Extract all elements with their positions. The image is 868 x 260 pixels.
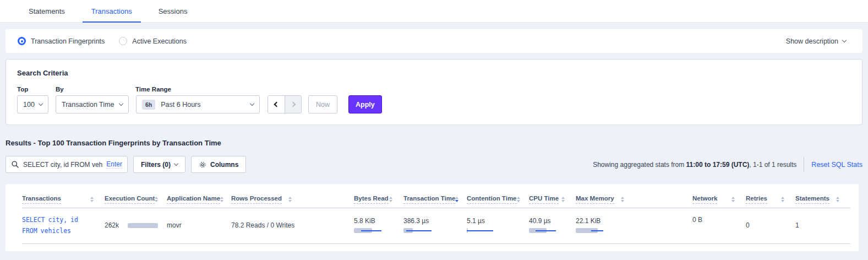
stats-time-range: 11:00 to 17:59 (UTC) bbox=[686, 161, 750, 169]
columns-button[interactable]: Columns bbox=[191, 156, 246, 173]
tab-statements[interactable]: Statements bbox=[15, 0, 78, 22]
criteria-controls-row: 100 Transaction Time 6h Past 6 Hours Now… bbox=[17, 95, 851, 113]
time-range-value: Past 6 Hours bbox=[161, 101, 200, 109]
max-memory-value: 22.1 KiB bbox=[576, 217, 687, 225]
sort-icon[interactable] bbox=[731, 197, 735, 202]
cell-retries: 0 bbox=[746, 208, 795, 244]
search-criteria-title: Search Criteria bbox=[17, 69, 851, 77]
sort-icon[interactable] bbox=[781, 197, 784, 202]
time-range-select[interactable]: 6h Past 6 Hours bbox=[136, 95, 260, 113]
now-button[interactable]: Now bbox=[308, 95, 337, 113]
time-nav-group bbox=[268, 95, 302, 113]
cell-network: 0 B bbox=[692, 208, 746, 244]
show-description-toggle[interactable]: Show description bbox=[786, 37, 850, 45]
sort-icon[interactable] bbox=[455, 197, 458, 202]
radio-selected-icon[interactable] bbox=[18, 37, 26, 45]
col-header-transactions[interactable]: Transactions bbox=[22, 189, 105, 208]
col-header-statements[interactable]: Statements bbox=[795, 189, 850, 208]
view-toggle-bar: Transaction Fingerprints Active Executio… bbox=[6, 29, 862, 53]
cell-statements: 1 bbox=[795, 208, 850, 244]
radio-unselected-icon[interactable] bbox=[119, 37, 127, 45]
stats-prefix: Showing aggregated stats from bbox=[593, 161, 686, 169]
by-select[interactable]: Transaction Time bbox=[56, 95, 129, 113]
sql-search-box[interactable]: Enter bbox=[6, 156, 128, 173]
col-header-transaction-time[interactable]: Transaction Time bbox=[403, 189, 467, 208]
sort-icon[interactable] bbox=[561, 197, 565, 202]
cpu-time-bar bbox=[529, 228, 570, 234]
table-row: SELECT city, id FROM vehicles 262k movr … bbox=[22, 208, 850, 244]
radio-transaction-fingerprints[interactable]: Transaction Fingerprints bbox=[18, 37, 105, 45]
execution-count-bar bbox=[128, 223, 158, 228]
chevron-down-icon bbox=[842, 38, 847, 42]
top-select-value: 100 bbox=[23, 101, 35, 109]
show-description-label: Show description bbox=[786, 37, 838, 45]
radio-active-executions[interactable]: Active Executions bbox=[119, 37, 187, 45]
apply-button[interactable]: Apply bbox=[348, 95, 382, 113]
sort-icon[interactable] bbox=[288, 197, 292, 202]
col-header-network[interactable]: Network bbox=[692, 189, 746, 208]
col-header-application-name[interactable]: Application Name bbox=[167, 189, 231, 208]
transaction-query-link[interactable]: SELECT city, id FROM vehicles bbox=[22, 216, 78, 235]
execution-count-value: 262k bbox=[105, 221, 119, 229]
columns-label: Columns bbox=[210, 161, 238, 169]
cell-contention-time: 5.1 µs bbox=[467, 208, 529, 244]
vertical-divider bbox=[804, 157, 804, 172]
filters-button[interactable]: Filters (0) bbox=[133, 156, 185, 173]
top-select[interactable]: 100 bbox=[17, 95, 48, 113]
time-range-badge: 6h bbox=[142, 100, 155, 110]
table-header-row: Transactions Execution Count Application… bbox=[22, 189, 850, 208]
search-icon bbox=[11, 160, 19, 169]
contention-time-bar bbox=[467, 228, 523, 234]
top-label: Top bbox=[17, 86, 56, 93]
cell-bytes-read: 5.8 KiB bbox=[354, 208, 403, 244]
aggregated-stats-text: Showing aggregated stats from 11:00 to 1… bbox=[593, 161, 796, 169]
cell-application-name: movr bbox=[167, 208, 231, 244]
transaction-time-value: 386.3 µs bbox=[403, 217, 461, 225]
chevron-left-icon bbox=[274, 102, 279, 107]
col-header-retries[interactable]: Retries bbox=[746, 189, 795, 208]
sort-icon[interactable] bbox=[836, 197, 839, 202]
time-next-button[interactable] bbox=[285, 96, 301, 113]
sql-search-input[interactable] bbox=[23, 161, 103, 169]
max-memory-bar bbox=[576, 228, 687, 234]
chevron-down-icon bbox=[39, 101, 43, 106]
col-header-rows-processed[interactable]: Rows Processed bbox=[231, 189, 354, 208]
contention-time-value: 5.1 µs bbox=[467, 217, 523, 225]
cell-cpu-time: 40.9 µs bbox=[529, 208, 576, 244]
sort-icon[interactable] bbox=[389, 197, 392, 202]
sort-icon[interactable] bbox=[90, 197, 94, 202]
chevron-down-icon bbox=[119, 101, 123, 106]
search-enter-button[interactable]: Enter bbox=[106, 160, 122, 169]
reset-sql-stats-link[interactable]: Reset SQL Stats bbox=[811, 161, 862, 169]
by-label: By bbox=[56, 86, 135, 93]
results-table-card: Transactions Execution Count Application… bbox=[6, 184, 859, 251]
chevron-right-icon bbox=[291, 102, 296, 107]
chevron-down-icon bbox=[250, 101, 254, 106]
criteria-labels-row: Top By Time Range bbox=[17, 86, 851, 93]
transactions-table: Transactions Execution Count Application… bbox=[22, 189, 850, 244]
sort-icon[interactable] bbox=[621, 197, 624, 202]
col-header-bytes-read[interactable]: Bytes Read bbox=[354, 189, 403, 208]
radio-label: Active Executions bbox=[132, 37, 187, 45]
stats-suffix: , 1-1 of 1 results bbox=[749, 161, 796, 169]
time-range-label: Time Range bbox=[135, 86, 171, 93]
search-criteria-panel: Search Criteria Top By Time Range 100 Tr… bbox=[6, 59, 862, 125]
sort-icon[interactable] bbox=[517, 197, 520, 202]
col-header-contention-time[interactable]: Contention Time bbox=[467, 189, 529, 208]
col-header-max-memory[interactable]: Max Memory bbox=[576, 189, 692, 208]
cell-transaction-query: SELECT city, id FROM vehicles bbox=[22, 208, 105, 244]
tab-transactions[interactable]: Transactions bbox=[78, 0, 145, 22]
gear-icon bbox=[199, 161, 206, 169]
sort-icon[interactable] bbox=[155, 197, 158, 202]
bytes-read-bar bbox=[354, 228, 398, 234]
tab-sessions[interactable]: Sessions bbox=[145, 0, 201, 22]
radio-label: Transaction Fingerprints bbox=[31, 37, 105, 45]
results-controls-row: Enter Filters (0) Columns Showing aggreg… bbox=[6, 156, 862, 173]
page-tabbar: Statements Transactions Sessions bbox=[0, 0, 868, 23]
time-prev-button[interactable] bbox=[268, 96, 285, 113]
sort-icon[interactable] bbox=[220, 197, 223, 202]
results-heading: Results - Top 100 Transaction Fingerprin… bbox=[6, 139, 862, 147]
cell-rows-processed: 78.2 Reads / 0 Writes bbox=[231, 208, 354, 244]
col-header-execution-count[interactable]: Execution Count bbox=[105, 189, 167, 208]
col-header-cpu-time[interactable]: CPU Time bbox=[529, 189, 576, 208]
